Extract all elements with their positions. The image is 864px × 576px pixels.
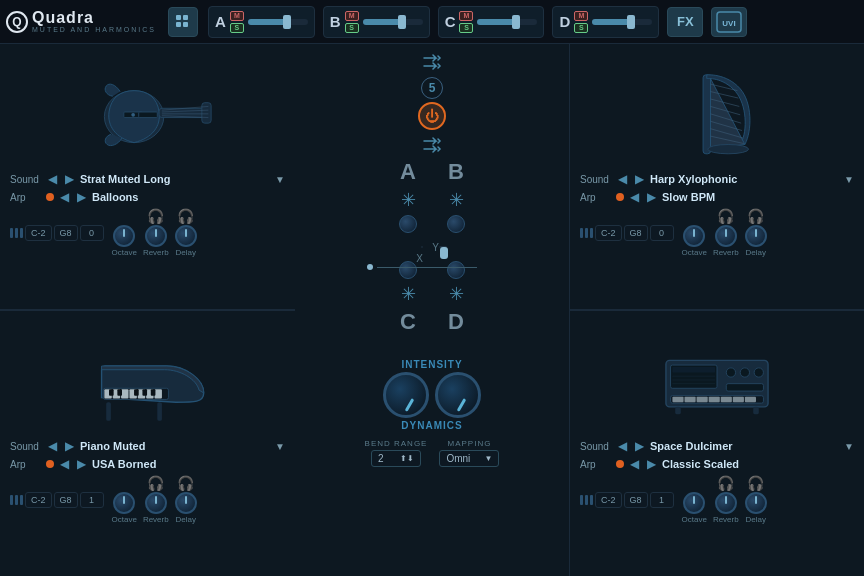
asterisk-b-button[interactable]: ✳ [449, 189, 464, 211]
power-button[interactable]: ⏻ [418, 102, 446, 130]
panel-b-delay-knob[interactable] [745, 225, 767, 247]
channel-a-mute[interactable]: M [230, 11, 244, 21]
mapping-select[interactable]: Omni ▼ [439, 450, 499, 467]
panel-b-octave-knob[interactable] [683, 225, 705, 247]
panel-a-arp-prev[interactable]: ◀ [58, 190, 71, 204]
panel-c-headphone-left[interactable]: 🎧 [147, 475, 164, 491]
panel-d-arp-next[interactable]: ▶ [645, 457, 658, 471]
panel-b-delay-label: Delay [745, 248, 765, 257]
bend-range-select[interactable]: 2 ⬆⬇ [371, 450, 421, 467]
channel-b-fader[interactable] [363, 19, 423, 25]
channel-d-mute[interactable]: M [574, 11, 588, 21]
panel-b-headphone-left[interactable]: 🎧 [717, 208, 734, 224]
fx-button[interactable]: FX [667, 7, 703, 37]
panel-c-arp-prev[interactable]: ◀ [58, 457, 71, 471]
panel-a-octave-knob[interactable] [113, 225, 135, 247]
panel-a-delay-knob[interactable] [175, 225, 197, 247]
channel-d-fader[interactable] [592, 19, 652, 25]
panel-d-arp-dot[interactable] [616, 460, 624, 468]
panel-b-octave-group: Octave [682, 225, 707, 257]
panel-a-range-low[interactable]: C-2 [25, 225, 52, 241]
xy-pad[interactable] [421, 246, 423, 248]
channel-c-solo[interactable]: S [459, 23, 473, 33]
panel-d-headphone-left[interactable]: 🎧 [717, 475, 734, 491]
panel-c-range-high[interactable]: G8 [54, 492, 78, 508]
panel-d-sound-dropdown[interactable]: ▼ [844, 441, 854, 452]
panel-c-octave-knob[interactable] [113, 492, 135, 514]
panel-c-sound-prev[interactable]: ◀ [46, 439, 59, 453]
panel-c-sound-dropdown[interactable]: ▼ [275, 441, 285, 452]
panel-b-arp-prev[interactable]: ◀ [628, 190, 641, 204]
panel-d-octave-knob[interactable] [683, 492, 705, 514]
panel-a-reverb-knob[interactable] [145, 225, 167, 247]
channel-a-solo[interactable]: S [230, 23, 244, 33]
panel-d-arp-prev[interactable]: ◀ [628, 457, 641, 471]
y-slider[interactable] [439, 246, 447, 248]
grid-button[interactable] [168, 7, 198, 37]
panel-c-reverb-knob[interactable] [145, 492, 167, 514]
panel-a-arp-dot[interactable] [46, 193, 54, 201]
panel-d-reverb-knob[interactable] [715, 492, 737, 514]
channel-c-mute[interactable]: M [459, 11, 473, 21]
mini-knob-b[interactable] [447, 215, 465, 233]
panel-d-range-high[interactable]: G8 [624, 492, 648, 508]
panel-d-octave-val[interactable]: 1 [650, 492, 674, 508]
panel-a-headphone-right[interactable]: 🎧 [177, 208, 194, 224]
number-5-button[interactable]: 5 [421, 77, 443, 99]
panel-d-headphone-right[interactable]: 🎧 [747, 475, 764, 491]
panel-c-delay-knob[interactable] [175, 492, 197, 514]
bend-range-arrows[interactable]: ⬆⬇ [400, 454, 414, 463]
panel-d-stereo [580, 495, 593, 505]
channel-a-fader[interactable] [248, 19, 308, 25]
y-slider-knob[interactable] [440, 247, 448, 259]
panel-b-arp-dot[interactable] [616, 193, 624, 201]
panel-d-range-low[interactable]: C-2 [595, 492, 622, 508]
panel-d-sound-name: Space Dulcimer [650, 440, 840, 452]
panel-a-headphone-left[interactable]: 🎧 [147, 208, 164, 224]
dynamics-knob-left[interactable] [383, 372, 429, 418]
channel-b-mute[interactable]: M [345, 11, 359, 21]
panel-a-range-high[interactable]: G8 [54, 225, 78, 241]
panel-b-sound-dropdown[interactable]: ▼ [844, 174, 854, 185]
panel-c-headphone-right[interactable]: 🎧 [177, 475, 194, 491]
panel-c-sound-next[interactable]: ▶ [63, 439, 76, 453]
panel-a-sound-dropdown[interactable]: ▼ [275, 174, 285, 185]
svg-point-40 [708, 145, 749, 154]
panel-b-sound-next[interactable]: ▶ [633, 172, 646, 186]
panel-d-sound-next[interactable]: ▶ [633, 439, 646, 453]
panel-a-arp-next[interactable]: ▶ [75, 190, 88, 204]
xy-cursor[interactable] [421, 246, 423, 248]
panel-d-sound-prev[interactable]: ◀ [616, 439, 629, 453]
uvi-button[interactable]: UVI [711, 7, 747, 37]
xy-x-label: X [416, 253, 423, 264]
panel-b-headphone-right[interactable]: 🎧 [747, 208, 764, 224]
panel-c-arp-dot[interactable] [46, 460, 54, 468]
panel-d-delay-knob[interactable] [745, 492, 767, 514]
mapping-dropdown-icon[interactable]: ▼ [485, 454, 493, 463]
panel-a-octave-val[interactable]: 0 [80, 225, 104, 241]
panel-c-octave-val[interactable]: 1 [80, 492, 104, 508]
panel-b-range-low[interactable]: C-2 [595, 225, 622, 241]
dynamics-knob-right[interactable] [435, 372, 481, 418]
svg-rect-55 [709, 397, 720, 403]
power-icon: ⏻ [425, 108, 439, 124]
panel-b-reverb-knob[interactable] [715, 225, 737, 247]
asterisk-d-button[interactable]: ✳ [449, 283, 464, 305]
svg-rect-2 [176, 22, 181, 27]
panel-b-range-high[interactable]: G8 [624, 225, 648, 241]
panel-a-sound-next[interactable]: ▶ [63, 172, 76, 186]
channel-b-solo[interactable]: S [345, 23, 359, 33]
panel-b-arp-next[interactable]: ▶ [645, 190, 658, 204]
mini-knob-a[interactable] [399, 215, 417, 233]
asterisk-c-button[interactable]: ✳ [401, 283, 416, 305]
channel-d-solo[interactable]: S [574, 23, 588, 33]
channel-c-fader[interactable] [477, 19, 537, 25]
panel-b-sound-prev[interactable]: ◀ [616, 172, 629, 186]
shuffle-bottom-button[interactable] [420, 133, 444, 157]
panel-c-range-low[interactable]: C-2 [25, 492, 52, 508]
panel-b-octave-val[interactable]: 0 [650, 225, 674, 241]
shuffle-top-button[interactable] [420, 50, 444, 74]
panel-c-arp-next[interactable]: ▶ [75, 457, 88, 471]
panel-a-sound-prev[interactable]: ◀ [46, 172, 59, 186]
asterisk-a-button[interactable]: ✳ [401, 189, 416, 211]
